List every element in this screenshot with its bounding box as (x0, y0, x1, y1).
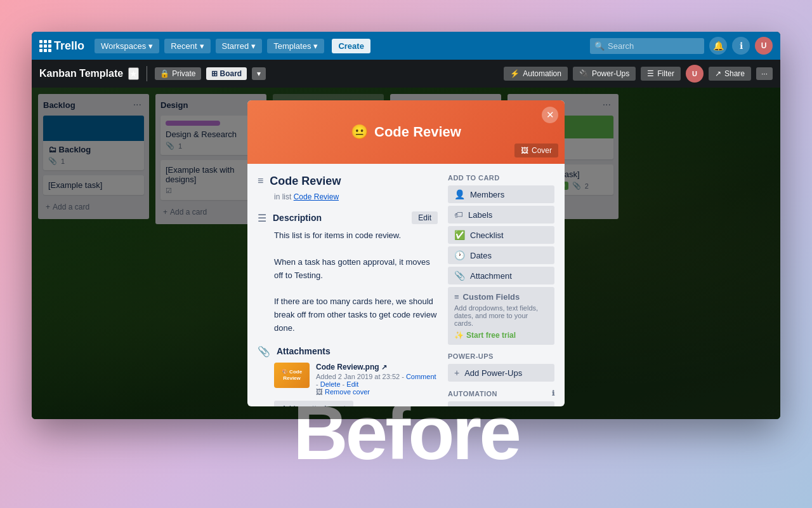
filter-icon: ☰ (647, 69, 654, 78)
in-list-text: in list Code Review (274, 192, 438, 201)
attachment-thumbnail: 🎨 Code Review (274, 363, 310, 388)
custom-fields-desc: Add dropdowns, text fields, dates, and m… (454, 304, 548, 327)
checklist-button[interactable]: ✅ Checklist (448, 226, 554, 244)
dates-button[interactable]: 🕐 Dates (448, 246, 554, 264)
members-button[interactable]: 👤 Members (448, 185, 554, 203)
power-ups-title: Power-Ups (448, 352, 554, 360)
comment-link[interactable]: Comment (406, 373, 436, 380)
members-icon: 👤 (454, 189, 465, 199)
power-ups-section: Power-Ups + Add Power-Ups (448, 352, 554, 382)
app-container: Trello Workspaces ▾ Recent ▾ Starred ▾ T… (32, 32, 780, 419)
recent-menu[interactable]: Recent ▾ (164, 39, 210, 53)
lock-icon: 🔒 (160, 69, 169, 78)
attachment-name: Code Review.png ↗ (316, 363, 438, 371)
delete-link[interactable]: Delete (320, 380, 341, 388)
star-button[interactable]: ★ (128, 67, 139, 80)
modal-card-title: Code Review (270, 174, 341, 189)
plus-icon: + (454, 405, 459, 406)
bell-icon: 🔔 (713, 41, 724, 51)
custom-fields-icon: ≡ (454, 292, 459, 302)
description-body: This list is for items in code review. W… (274, 229, 438, 335)
plus-icon: + (454, 368, 459, 378)
attachment-sidebar-icon: 📎 (454, 271, 465, 281)
board-icon: ⊞ (211, 69, 218, 78)
dates-icon: 🕐 (454, 250, 465, 260)
attachment-item: 🎨 Code Review Code Review.png ↗ Added 2 … (274, 363, 438, 396)
search-input[interactable] (590, 38, 704, 54)
description-icon: ☰ (258, 212, 266, 224)
search-icon: 🔍 (594, 41, 605, 51)
share-button[interactable]: ↗ Share (709, 67, 751, 81)
navbar: Trello Workspaces ▾ Recent ▾ Starred ▾ T… (32, 32, 780, 60)
chevron-down-icon: ▾ (313, 41, 318, 51)
free-trial-button[interactable]: ✨ Start free trial (454, 331, 516, 340)
board-content: Backlog ··· 🗂 Backlog 📎 1 [Example task]… (32, 88, 780, 419)
attachments-title: Attachments (277, 346, 331, 356)
card-title-row: ≡ Code Review (258, 174, 438, 189)
close-icon: ✕ (546, 109, 554, 121)
info-icon: ℹ (740, 41, 743, 51)
automation-button[interactable]: ⚡ Automation (504, 67, 568, 81)
image-icon: 🖼 (521, 146, 528, 155)
add-power-ups-button[interactable]: + Add Power-Ups (448, 364, 554, 382)
info-icon: ℹ (552, 389, 554, 398)
list-link[interactable]: Code Review (294, 192, 339, 201)
add-button-button[interactable]: + Add button (448, 401, 554, 406)
board-avatar: U (686, 65, 704, 83)
chevron-down-icon: ▾ (200, 41, 204, 51)
modal-overlay[interactable]: 😐 Code Review ✕ 🖼 Cover (32, 88, 780, 419)
attachment-icon: 📎 (258, 345, 270, 358)
labels-icon: 🏷 (454, 210, 463, 220)
attachment-info: Code Review.png ↗ Added 2 Jan 2019 at 23… (316, 363, 438, 396)
image-icon: 🖼 (316, 388, 323, 396)
labels-button[interactable]: 🏷 Labels (448, 206, 554, 224)
attachments-header: 📎 Attachments (258, 345, 438, 358)
remove-cover-row: 🖼 Remove cover (316, 388, 438, 396)
search-wrap: 🔍 (590, 38, 704, 54)
board-view-button[interactable]: ⊞ Board (206, 67, 247, 80)
modal-main: ≡ Code Review in list Code Review ☰ Desc… (258, 174, 438, 406)
modal-body: ≡ Code Review in list Code Review ☰ Desc… (247, 164, 565, 406)
notification-button[interactable]: 🔔 (709, 37, 727, 55)
modal-close-button[interactable]: ✕ (542, 107, 558, 123)
automation-title: Automation ℹ (448, 389, 554, 398)
divider (147, 66, 147, 81)
plug-icon: 🔌 (579, 69, 589, 78)
edit-description-button[interactable]: Edit (412, 211, 438, 224)
workspaces-menu[interactable]: Workspaces ▾ (95, 39, 159, 53)
logo-text: Trello (54, 39, 84, 53)
share-icon: ↗ (715, 69, 721, 78)
custom-fields-section: ≡ Custom Fields Add dropdowns, text fiel… (448, 287, 554, 345)
chevron-down-icon: ▾ (251, 41, 256, 51)
add-attachment-button[interactable]: Add an attachment (274, 401, 353, 406)
trello-logo[interactable]: Trello (39, 39, 84, 53)
create-button[interactable]: Create (332, 39, 370, 53)
card-icon: ≡ (258, 175, 263, 187)
modal-sidebar: Add to card 👤 Members 🏷 Labels ✅ (448, 174, 554, 406)
filter-button[interactable]: ☰ Filter (641, 67, 681, 81)
more-button[interactable]: ··· (756, 67, 773, 80)
more-views-button[interactable]: ▾ (252, 67, 266, 80)
info-button[interactable]: ℹ (732, 37, 750, 55)
sparkle-icon: ✨ (454, 331, 464, 340)
modal-cover-title: 😐 Code Review (351, 124, 461, 140)
description-header: ☰ Description Edit (258, 211, 438, 224)
starred-menu[interactable]: Starred ▾ (216, 39, 263, 53)
custom-fields-title: ≡ Custom Fields (454, 292, 548, 302)
visibility-button[interactable]: 🔒 Private (155, 67, 200, 80)
edit-link[interactable]: Edit (346, 380, 358, 388)
attachment-meta: Added 2 Jan 2019 at 23:52 - Comment - De… (316, 373, 438, 388)
cover-button[interactable]: 🖼 Cover (514, 144, 558, 157)
board-title: Kanban Template (39, 68, 123, 79)
grid-icon (39, 40, 51, 52)
remove-cover-button[interactable]: Remove cover (325, 388, 370, 396)
templates-menu[interactable]: Templates ▾ (267, 39, 324, 53)
checklist-icon: ✅ (454, 230, 465, 240)
avatar[interactable]: U (755, 37, 773, 55)
chevron-down-icon: ▾ (148, 41, 153, 51)
lightning-icon: ⚡ (510, 69, 520, 78)
add-to-card-title: Add to card (448, 174, 554, 182)
power-ups-button[interactable]: 🔌 Power-Ups (573, 67, 636, 81)
description-title: Description (273, 213, 322, 223)
attachment-sidebar-button[interactable]: 📎 Attachment (448, 267, 554, 284)
